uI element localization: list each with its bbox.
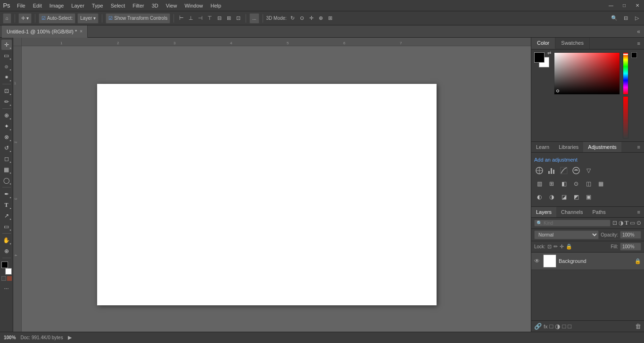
stamp-tool-icon[interactable]: ⊗▸ <box>1 132 12 142</box>
lasso-tool-icon[interactable]: ⌾▸ <box>1 61 12 72</box>
filter-shape-icon[interactable]: ▭ <box>630 220 635 227</box>
levels-icon[interactable] <box>546 165 557 176</box>
selective-color-icon[interactable]: ▣ <box>583 192 594 202</box>
posterize-icon[interactable]: ◑ <box>546 192 557 202</box>
tab-adjustments[interactable]: Adjustments <box>583 142 621 152</box>
dodge-tool-icon[interactable]: ◯▸ <box>1 175 12 186</box>
path-select-tool-icon[interactable]: ↗▸ <box>1 211 12 221</box>
menu-view[interactable]: View <box>162 0 181 11</box>
menu-type[interactable]: Type <box>88 0 107 11</box>
menu-window[interactable]: Window <box>181 0 206 11</box>
adj-panel-options-icon[interactable]: ≡ <box>634 142 644 152</box>
menu-image[interactable]: Image <box>46 0 68 11</box>
tab-libraries[interactable]: Libraries <box>554 142 583 152</box>
align-center-v-icon[interactable]: ⊟ <box>215 14 223 23</box>
3d-scale-icon[interactable]: ⊞ <box>326 14 335 23</box>
brush-tool-icon[interactable]: ✦▸ <box>1 121 12 131</box>
add-adjustment-icon[interactable]: ◑ <box>555 323 560 330</box>
tab-color[interactable]: Color <box>531 38 555 49</box>
add-mask-icon[interactable]: □ <box>550 323 553 330</box>
show-transform-checkbox[interactable]: ☑ Show Transform Controls <box>106 13 170 24</box>
3d-slide-icon[interactable]: ⊕ <box>317 14 325 23</box>
menu-filter[interactable]: Filter <box>129 0 148 11</box>
auto-select-checkbox[interactable]: ☑ Auto-Select: <box>39 13 75 24</box>
add-adjustment-link[interactable]: Add an adjustment <box>534 155 641 164</box>
lock-artboard-icon[interactable]: ✛ <box>560 244 564 250</box>
zoom-tool-icon[interactable]: ⊕ <box>1 246 12 256</box>
standard-mode-icon[interactable] <box>1 276 6 281</box>
home-button[interactable]: ⌂ <box>3 13 11 24</box>
menu-3d[interactable]: 3D <box>148 0 162 11</box>
workspace-icon[interactable]: ⊟ <box>621 14 630 23</box>
hue-slider[interactable] <box>623 52 628 95</box>
link-layers-icon[interactable]: 🔗 <box>534 323 542 330</box>
menu-file[interactable]: File <box>13 0 29 11</box>
hue-saturation-icon[interactable]: ▥ <box>534 179 545 189</box>
status-arrow-icon[interactable]: ▶ <box>68 335 72 341</box>
color-balance-icon[interactable]: ⊞ <box>546 179 557 189</box>
photo-filter-icon[interactable]: ⊙ <box>571 179 581 189</box>
hand-tool-icon[interactable]: ✋▸ <box>1 235 12 245</box>
foreground-color-swatch[interactable] <box>1 261 8 268</box>
move-tool-icon[interactable]: ✛▸ <box>1 40 12 50</box>
lock-all-icon[interactable]: 🔒 <box>566 244 572 250</box>
tab-channels[interactable]: Channels <box>556 207 587 217</box>
align-top-icon[interactable]: ⊤ <box>206 14 214 23</box>
distribute-icon[interactable]: ⊡ <box>234 14 242 23</box>
tab-swatches[interactable]: Swatches <box>555 38 590 49</box>
threshold-icon[interactable]: ◪ <box>559 192 569 202</box>
layer-dropdown[interactable]: Layer ▾ <box>77 13 99 24</box>
gradient-map-icon[interactable]: ◩ <box>571 192 581 202</box>
3d-roll-icon[interactable]: ⊙ <box>298 14 306 23</box>
blend-mode-select[interactable]: Normal <box>534 230 599 239</box>
align-bottom-icon[interactable]: ⊞ <box>224 14 233 23</box>
eyedropper-tool-icon[interactable]: ✏▸ <box>1 97 12 107</box>
vibrance-icon[interactable]: ▽ <box>583 165 594 176</box>
crop-tool-icon[interactable]: ⊡▸ <box>1 86 12 96</box>
quick-mask-icon[interactable] <box>7 276 12 281</box>
create-layer-icon[interactable]: □ <box>568 323 571 330</box>
layers-panel-options-icon[interactable]: ≡ <box>634 207 644 217</box>
panel-collapse-icon[interactable]: « <box>633 28 644 35</box>
layer-effects-icon[interactable]: fx <box>544 324 548 329</box>
lock-position-icon[interactable]: ✏ <box>553 244 558 250</box>
3d-pan-icon[interactable]: ✛ <box>307 14 316 23</box>
layer-visibility-icon[interactable]: 👁 <box>534 258 541 264</box>
create-group-icon[interactable]: □ <box>562 323 566 330</box>
menu-help[interactable]: Help <box>207 0 225 11</box>
foreground-color-picker[interactable] <box>534 52 545 63</box>
select-rect-tool-icon[interactable]: ▭▸ <box>1 50 12 61</box>
layer-filter-input[interactable] <box>544 220 567 226</box>
menu-edit[interactable]: Edit <box>29 0 46 11</box>
wand-tool-icon[interactable]: ⁕▸ <box>1 72 12 82</box>
background-color-swatch[interactable] <box>5 268 12 275</box>
gradient-tool-icon[interactable]: ▦▸ <box>1 164 12 175</box>
brightness-contrast-icon[interactable] <box>534 165 545 176</box>
history-brush-tool-icon[interactable]: ↺▸ <box>1 143 12 153</box>
close-button[interactable]: ✕ <box>631 0 644 11</box>
delete-layer-icon[interactable]: 🗑 <box>635 323 641 330</box>
maximize-button[interactable]: □ <box>618 0 631 11</box>
color-gradient-picker[interactable] <box>554 52 620 95</box>
menu-layer[interactable]: Layer <box>67 0 88 11</box>
color-panel-options-icon[interactable]: ≡ <box>634 38 644 49</box>
tab-layers[interactable]: Layers <box>531 207 556 217</box>
lock-pixels-icon[interactable]: ⊡ <box>547 244 552 250</box>
opacity-input[interactable] <box>620 231 641 239</box>
filter-smart-icon[interactable]: ⊙ <box>636 220 641 227</box>
color-lookup-icon[interactable]: ▦ <box>595 179 606 189</box>
3d-orbit-icon[interactable]: ↻ <box>289 14 297 23</box>
curves-icon[interactable] <box>559 165 569 176</box>
tab-learn[interactable]: Learn <box>531 142 554 152</box>
filter-adj-icon[interactable]: ◑ <box>619 220 623 227</box>
align-left-icon[interactable]: ⊢ <box>177 14 186 23</box>
text-tool-icon[interactable]: T▸ <box>1 200 12 210</box>
shape-tool-icon[interactable]: ▭▸ <box>1 221 12 232</box>
fill-input[interactable] <box>620 243 641 251</box>
share-icon[interactable]: ▷ <box>633 14 641 23</box>
document-canvas[interactable] <box>97 84 437 305</box>
color-value-swatch[interactable] <box>631 52 637 58</box>
minimize-button[interactable]: — <box>604 0 618 11</box>
more-tools-icon[interactable]: ··· <box>1 283 12 294</box>
invert-icon[interactable]: ◐ <box>534 192 545 202</box>
